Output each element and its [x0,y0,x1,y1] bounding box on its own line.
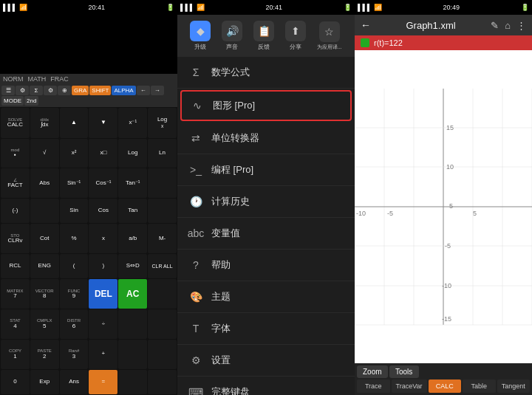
right-arrow-button[interactable]: → [151,86,164,95]
right-graph-panel: ▌▌▌ 📶 20:49 🔋 ← Graph1.xml ✎ ⌂ ⋮ r(t)=12… [355,0,532,395]
mode-button[interactable]: MODE [1,96,24,106]
menu-item-theme[interactable]: 🎨 主题 [177,281,355,313]
key-up[interactable]: ▲ [60,108,89,138]
key-sin1[interactable]: Sin⁻¹ [60,168,89,198]
function-checkbox[interactable] [361,38,369,47]
menu-item-history[interactable]: 🕐 计算历史 [177,186,355,218]
key-sto[interactable]: STOCLRv [1,224,30,253]
key-0[interactable]: 0 [1,370,30,394]
key-cos[interactable]: Cos [89,199,117,223]
key-mminus[interactable]: M- [148,224,177,253]
key-frac[interactable]: a/b [118,224,147,253]
key-xn[interactable]: x□ [89,139,117,168]
menu-item-graph[interactable]: ∿ 图形 [Pro] [180,90,352,121]
tab-calc[interactable]: CALC [429,379,462,393]
key-ln[interactable]: Ln [148,139,177,168]
menu-icon-upgrade[interactable]: ◆ 升级 [190,21,211,51]
key-clrall[interactable]: CLR ALL [148,254,177,278]
key-neg[interactable]: (-) [1,199,30,223]
key-ans[interactable]: Ans [60,370,89,394]
translate-label: 为应用译... [317,44,342,51]
key-ac[interactable]: AC [118,279,147,309]
left-arrow-button[interactable]: ← [137,86,150,95]
key-7[interactable]: MATRIX7 [1,279,30,309]
tools-button[interactable]: Tools [389,365,419,378]
key-abs[interactable]: Abs [30,168,59,198]
tab-tracevar[interactable]: TraceVar [392,379,427,393]
key-4[interactable]: STAT4 [1,309,30,339]
menu-frac[interactable]: FRAC [50,75,69,83]
graph-back-button[interactable]: ← [361,19,371,31]
key-equals[interactable]: = [89,370,117,394]
key-x2[interactable]: x² [60,139,89,168]
signal-mid: ▌▌▌ 📶 [180,4,205,11]
key-exp[interactable]: Exp [30,370,59,394]
shift-button[interactable]: SHIFT [89,86,111,95]
key-cos1[interactable]: Cos⁻¹ [89,168,117,198]
menu-norm[interactable]: NORM [3,75,24,83]
middle-menu-panel: ▌▌▌ 📶 20:41 🔋 ◆ 升级 🔊 声音 📋 反馈 ⬆ 分享 ☆ 为应用译… [177,0,355,395]
key-x-var[interactable]: x [89,224,117,253]
key-5[interactable]: CMPLX5 [30,309,59,339]
key-9[interactable]: FUNC9 [60,279,89,309]
key-close[interactable]: ) [89,254,117,278]
key-sd[interactable]: S⇔D [118,254,147,278]
key-ddx[interactable]: d/dx∫dx [30,108,59,138]
gra-button[interactable]: GRA [72,86,89,95]
hamburger-icon[interactable]: ☰ [1,86,15,95]
plus-icon[interactable]: ⊕ [58,86,71,95]
zoom-button[interactable]: Zoom [357,365,388,378]
key-2[interactable]: PASTE2 [30,340,59,369]
settings-icon[interactable]: ⚙ [16,86,29,95]
font-label: 字体 [211,322,231,335]
key-log[interactable]: Log [118,139,147,168]
key-1[interactable]: COPY1 [1,340,30,369]
key-eng[interactable]: ENG [30,254,59,278]
tab-trace[interactable]: Trace [357,379,390,393]
key-6[interactable]: DISTR6 [60,309,89,339]
menu-item-settings[interactable]: ⚙ 设置 [177,345,355,377]
key-plus[interactable]: + [89,340,117,369]
menu-icon-sound[interactable]: 🔊 声音 [222,21,242,51]
key-tan[interactable]: Tan [118,199,147,223]
key-rcl[interactable]: RCL [1,254,30,278]
sigma-icon[interactable]: Σ [30,86,43,95]
key-down[interactable]: ▼ [89,108,117,138]
key-sin[interactable]: Sin [60,199,89,223]
graph-edit-icon[interactable]: ✎ [491,20,499,31]
key-angle[interactable]: ∠FACT [1,168,30,198]
alpha-button[interactable]: ALPHA [112,86,135,95]
key-xinv[interactable]: x⁻¹ [118,108,147,138]
tab-tangent[interactable]: Tangent [497,379,531,393]
menu-icon-feedback[interactable]: 📋 反馈 [253,21,274,51]
key-del[interactable]: DEL [89,279,117,309]
key-div[interactable]: ÷ [89,309,117,339]
menu-item-full-keyboard[interactable]: ⌨ 完整键盘 [177,377,355,395]
key-mod[interactable]: mod▪ [1,139,30,168]
menu-item-math-formula[interactable]: Σ 数学公式 [177,57,355,89]
key-open[interactable]: ( [60,254,89,278]
graph-home-icon[interactable]: ⌂ [505,20,511,31]
gear2-icon[interactable]: ⚙ [44,86,57,95]
svg-text:-10: -10 [442,282,451,289]
menu-item-variables[interactable]: abc 变量值 [177,218,355,250]
menu-icon-share[interactable]: ⬆ 分享 [285,21,306,51]
menu-item-programming[interactable]: >_ 编程 [Pro] [177,154,355,186]
key-logx[interactable]: Logx [148,108,177,138]
svg-text:-5: -5 [445,242,451,250]
menu-item-font[interactable]: T 字体 [177,313,355,345]
key-tan1[interactable]: Tan⁻¹ [118,168,147,198]
second-button[interactable]: 2nd [24,96,38,106]
graph-more-icon[interactable]: ⋮ [516,20,526,31]
key-pct[interactable]: % [60,224,89,253]
key-3[interactable]: Ran#3 [60,340,89,369]
menu-icon-translate[interactable]: ☆ 为应用译... [317,21,342,51]
key-8[interactable]: VECTOR8 [30,279,59,309]
menu-math[interactable]: MATH [28,75,47,83]
menu-item-unit-converter[interactable]: ⇄ 单位转换器 [177,123,355,154]
key-solve[interactable]: SOLVECALC [1,108,30,138]
menu-item-help[interactable]: ? 帮助 [177,250,355,281]
key-sqrt[interactable]: √ [30,139,59,168]
tab-table[interactable]: Table [463,379,496,393]
key-cot[interactable]: Cot [30,224,59,253]
